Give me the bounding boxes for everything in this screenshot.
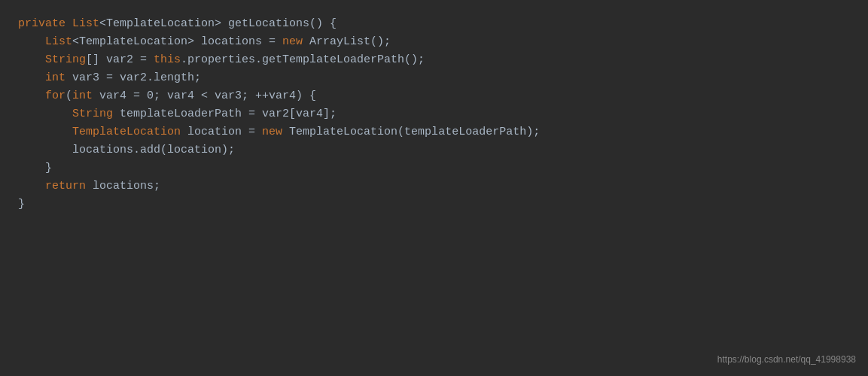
code-line: List<TemplateLocation> locations = new A…	[18, 33, 850, 51]
code-line: return locations;	[18, 177, 850, 196]
code-line: }	[18, 159, 850, 177]
code-block: private List<TemplateLocation> getLocati…	[18, 15, 850, 214]
code-line: TemplateLocation location = new Template…	[18, 123, 850, 141]
code-line: locations.add(location);	[18, 141, 850, 159]
code-line: }	[18, 196, 850, 214]
code-line: String templateLoaderPath = var2[var4];	[18, 105, 850, 123]
code-line: private List<TemplateLocation> getLocati…	[18, 15, 850, 33]
code-line: int var3 = var2.length;	[18, 69, 850, 87]
watermark: https://blog.csdn.net/qq_41998938	[717, 353, 856, 367]
code-line: for(int var4 = 0; var4 < var3; ++var4) {	[18, 87, 850, 105]
code-line: String[] var2 = this.properties.getTempl…	[18, 51, 850, 69]
code-container: private List<TemplateLocation> getLocati…	[0, 0, 868, 376]
